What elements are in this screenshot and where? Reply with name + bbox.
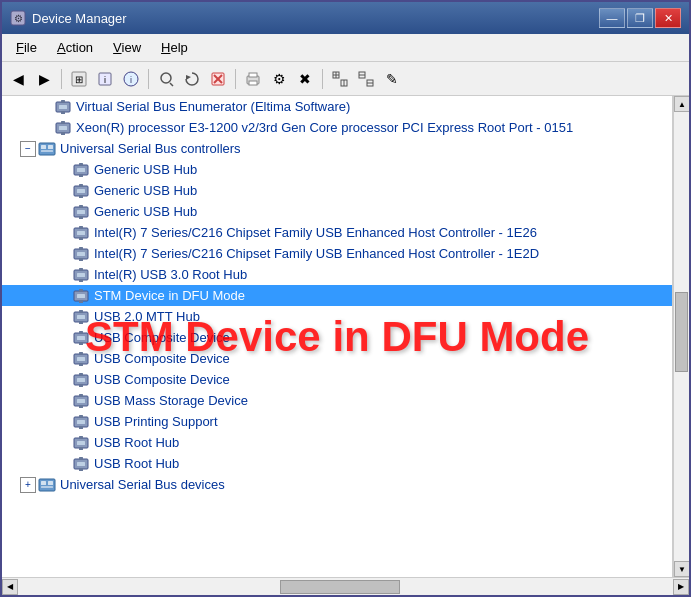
tree-item-intel-e1e2d[interactable]: Intel(R) 7 Series/C216 Chipset Family US… [2, 243, 672, 264]
svg-rect-37 [41, 150, 53, 152]
toolbar-collapse-all[interactable] [354, 67, 378, 91]
vertical-scrollbar[interactable]: ▲ ▼ [673, 96, 689, 577]
device-icon [72, 182, 90, 200]
svg-marker-10 [186, 75, 191, 80]
item-label: USB Composite Device [94, 330, 230, 345]
toolbar-settings[interactable]: ⚙ [267, 67, 291, 91]
scroll-track[interactable] [674, 112, 689, 561]
device-icon [72, 287, 90, 305]
expand-button[interactable]: + [20, 477, 36, 493]
title-buttons: — ❐ ✕ [599, 8, 681, 28]
svg-rect-48 [79, 205, 83, 208]
item-label: STM Device in DFU Mode [94, 288, 245, 303]
scroll-h-thumb[interactable] [280, 580, 400, 594]
scroll-h-track[interactable] [18, 579, 673, 595]
toolbar-up[interactable]: ⊞ [67, 67, 91, 91]
device-manager-window: ⚙ Device Manager — ❐ ✕ File Action View … [0, 0, 691, 597]
toolbar-back[interactable]: ◀ [6, 67, 30, 91]
menu-view[interactable]: View [103, 36, 151, 59]
svg-rect-84 [79, 394, 83, 397]
svg-rect-57 [79, 258, 83, 261]
svg-rect-67 [77, 315, 85, 319]
svg-rect-68 [79, 310, 83, 313]
svg-rect-71 [77, 336, 85, 340]
item-label: Generic USB Hub [94, 162, 197, 177]
tree-item-stm-device[interactable]: STM Device in DFU Mode [2, 285, 672, 306]
svg-rect-79 [77, 378, 85, 382]
menu-action[interactable]: Action [47, 36, 103, 59]
item-label: Intel(R) 7 Series/C216 Chipset Family US… [94, 225, 537, 240]
tree-item-usb-root-hub-1[interactable]: USB Root Hub [2, 432, 672, 453]
svg-rect-29 [61, 111, 65, 114]
svg-rect-75 [77, 357, 85, 361]
svg-rect-97 [79, 468, 83, 471]
window-title: Device Manager [32, 11, 127, 26]
svg-rect-73 [79, 342, 83, 345]
svg-text:⊞: ⊞ [75, 74, 83, 85]
device-icon [38, 140, 56, 158]
tree-panel[interactable]: STM Device in DFU Mode Virtual Serial Bu… [2, 96, 673, 577]
svg-rect-87 [77, 420, 85, 424]
tree-item-usb-2-mtt[interactable]: USB 2.0 MTT Hub [2, 306, 672, 327]
menu-file[interactable]: File [6, 36, 47, 59]
toolbar-print[interactable] [241, 67, 265, 91]
toolbar-scan[interactable] [154, 67, 178, 91]
tree-item-usb-printing[interactable]: USB Printing Support [2, 411, 672, 432]
toolbar-forward[interactable]: ▶ [32, 67, 56, 91]
toolbar-separator-3 [235, 69, 236, 89]
tree-item-usb-controllers[interactable]: − Universal Serial Bus controllers [2, 138, 672, 159]
tree-item-generic-hub-1[interactable]: Generic USB Hub [2, 159, 672, 180]
svg-rect-89 [79, 426, 83, 429]
tree-item-virtual-serial[interactable]: Virtual Serial Bus Enumerator (Eltima So… [2, 96, 672, 117]
tree-item-usb-composite-3[interactable]: USB Composite Device [2, 369, 672, 390]
tree-item-usb-mass-storage[interactable]: USB Mass Storage Device [2, 390, 672, 411]
scroll-down-button[interactable]: ▼ [674, 561, 689, 577]
tree-item-usb-devices[interactable]: + Universal Serial Bus devices [2, 474, 672, 495]
toolbar-edit[interactable]: ✎ [380, 67, 404, 91]
menu-help[interactable]: Help [151, 36, 198, 59]
svg-rect-47 [77, 210, 85, 214]
toolbar-close[interactable]: ✖ [293, 67, 317, 91]
svg-point-8 [161, 73, 171, 83]
tree-item-intel-e1e26[interactable]: Intel(R) 7 Series/C216 Chipset Family US… [2, 222, 672, 243]
toolbar-expand-all[interactable] [328, 67, 352, 91]
svg-rect-92 [79, 436, 83, 439]
item-label: USB Root Hub [94, 435, 179, 450]
svg-text:i: i [130, 75, 132, 85]
tree-item-xeon-processor[interactable]: Xeon(R) processor E3-1200 v2/3rd Gen Cor… [2, 117, 672, 138]
svg-rect-83 [77, 399, 85, 403]
svg-rect-33 [61, 132, 65, 135]
scroll-up-button[interactable]: ▲ [674, 96, 689, 112]
scroll-left-button[interactable]: ◀ [2, 579, 18, 595]
tree-item-generic-hub-3[interactable]: Generic USB Hub [2, 201, 672, 222]
toolbar-separator-4 [322, 69, 323, 89]
toolbar-update[interactable] [180, 67, 204, 91]
tree-item-intel-usb3[interactable]: Intel(R) USB 3.0 Root Hub [2, 264, 672, 285]
minimize-button[interactable]: — [599, 8, 625, 28]
collapse-button[interactable]: − [20, 141, 36, 157]
svg-rect-16 [249, 81, 257, 85]
toolbar: ◀ ▶ ⊞ i i ⚙ ✖ [2, 62, 689, 96]
tree-item-usb-composite-1[interactable]: USB Composite Device [2, 327, 672, 348]
device-icon [72, 434, 90, 452]
device-icon [72, 455, 90, 473]
svg-rect-45 [79, 195, 83, 198]
tree-item-usb-root-hub-2[interactable]: USB Root Hub [2, 453, 672, 474]
svg-rect-28 [61, 100, 65, 103]
device-icon [72, 413, 90, 431]
toolbar-uninstall[interactable] [206, 67, 230, 91]
restore-button[interactable]: ❐ [627, 8, 653, 28]
scroll-right-button[interactable]: ▶ [673, 579, 689, 595]
device-icon [72, 329, 90, 347]
close-button[interactable]: ✕ [655, 8, 681, 28]
scroll-thumb[interactable] [675, 292, 688, 372]
svg-rect-96 [79, 457, 83, 460]
toolbar-info[interactable]: i [119, 67, 143, 91]
tree-item-generic-hub-2[interactable]: Generic USB Hub [2, 180, 672, 201]
item-label: USB 2.0 MTT Hub [94, 309, 200, 324]
svg-rect-60 [79, 268, 83, 271]
tree-item-usb-composite-2[interactable]: USB Composite Device [2, 348, 672, 369]
menu-bar: File Action View Help [2, 34, 689, 62]
item-label: Intel(R) USB 3.0 Root Hub [94, 267, 247, 282]
toolbar-properties[interactable]: i [93, 67, 117, 91]
